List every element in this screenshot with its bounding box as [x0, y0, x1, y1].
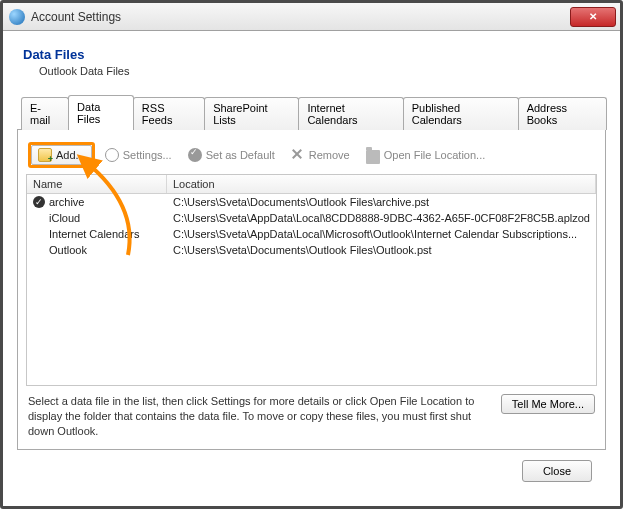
column-name[interactable]: Name: [27, 175, 167, 193]
add-label: Add...: [56, 149, 85, 161]
tab-email[interactable]: E-mail: [21, 97, 69, 130]
close-button[interactable]: Close: [522, 460, 592, 482]
list-row[interactable]: Outlook C:\Users\Sveta\Documents\Outlook…: [27, 242, 596, 258]
titlebar: Account Settings ✕: [3, 3, 620, 31]
settings-button[interactable]: Settings...: [99, 146, 178, 164]
remove-button[interactable]: Remove: [285, 146, 356, 164]
open-file-location-button[interactable]: Open File Location...: [360, 145, 492, 166]
settings-label: Settings...: [123, 149, 172, 161]
open-location-label: Open File Location...: [384, 149, 486, 161]
list-row[interactable]: iCloud C:\Users\Sveta\AppData\Local\8CDD…: [27, 210, 596, 226]
remove-icon: [291, 148, 305, 162]
gear-icon: [105, 148, 119, 162]
tab-rss-feeds[interactable]: RSS Feeds: [133, 97, 205, 130]
tell-me-more-button[interactable]: Tell Me More...: [501, 394, 595, 414]
tab-address-books[interactable]: Address Books: [518, 97, 607, 130]
window-close-button[interactable]: ✕: [570, 7, 616, 27]
tab-content: Add... Settings... Set as Default Remove…: [17, 130, 606, 450]
close-icon: ✕: [589, 12, 597, 22]
client-area: Data Files Outlook Data Files E-mail Dat…: [3, 31, 620, 506]
section-subtitle: Outlook Data Files: [39, 65, 606, 77]
toolbar: Add... Settings... Set as Default Remove…: [26, 138, 597, 174]
set-default-button[interactable]: Set as Default: [182, 146, 281, 164]
tab-published-calendars[interactable]: Published Calendars: [403, 97, 519, 130]
list-body: ✓archive C:\Users\Sveta\Documents\Outloo…: [27, 194, 596, 385]
remove-label: Remove: [309, 149, 350, 161]
highlight-add: Add...: [28, 142, 95, 168]
footer: Close: [17, 450, 606, 496]
list-row[interactable]: ✓archive C:\Users\Sveta\Documents\Outloo…: [27, 194, 596, 210]
section-title: Data Files: [23, 47, 606, 62]
tab-internet-calendars[interactable]: Internet Calendars: [298, 97, 403, 130]
list-header: Name Location: [27, 175, 596, 194]
app-icon: [9, 9, 25, 25]
check-icon: [188, 148, 202, 162]
folder-icon: [366, 150, 380, 164]
set-default-label: Set as Default: [206, 149, 275, 161]
tab-sharepoint-lists[interactable]: SharePoint Lists: [204, 97, 299, 130]
default-check-icon: ✓: [33, 196, 45, 208]
note-text: Select a data file in the list, then cli…: [28, 394, 491, 439]
column-location[interactable]: Location: [167, 175, 596, 193]
note-row: Select a data file in the list, then cli…: [26, 386, 597, 441]
tab-data-files[interactable]: Data Files: [68, 95, 134, 130]
window-title: Account Settings: [31, 10, 570, 24]
data-files-list: Name Location ✓archive C:\Users\Sveta\Do…: [26, 174, 597, 386]
list-row[interactable]: Internet Calendars C:\Users\Sveta\AppDat…: [27, 226, 596, 242]
tab-row: E-mail Data Files RSS Feeds SharePoint L…: [17, 95, 606, 130]
add-icon: [38, 148, 52, 162]
add-button[interactable]: Add...: [31, 145, 92, 165]
